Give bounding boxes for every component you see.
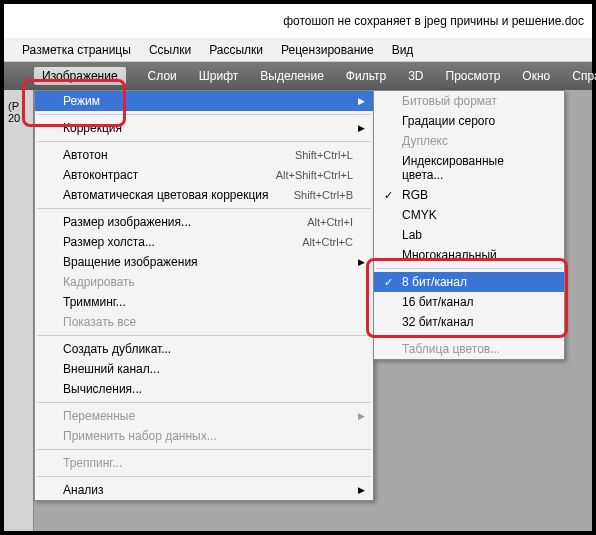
menu-crop-label: Кадрировать xyxy=(63,275,135,289)
mode-color-table-label: Таблица цветов... xyxy=(402,342,500,356)
menu-calculations[interactable]: Вычисления... xyxy=(35,379,373,399)
mode-grayscale-label: Градации серого xyxy=(402,114,495,128)
separator xyxy=(37,402,371,403)
mode-32bit[interactable]: 32 бит/канал xyxy=(374,312,564,332)
menu-duplicate-label: Создать дубликат... xyxy=(63,342,171,356)
title-bar: фотошоп не сохраняет в jpeg причины и ре… xyxy=(4,4,592,38)
mode-grayscale[interactable]: Градации серого xyxy=(374,111,564,131)
mode-32bit-label: 32 бит/канал xyxy=(402,315,474,329)
toolbar-help[interactable]: Справка xyxy=(572,69,596,83)
menu-auto-tone-label: Автотон xyxy=(63,148,108,162)
toolbar: Изображение Слои Шрифт Выделение Фильтр … xyxy=(4,62,592,90)
menu-review[interactable]: Рецензирование xyxy=(281,43,374,57)
mode-multichannel[interactable]: Многоканальный xyxy=(374,245,564,265)
content-area: (P 20 Режим ▶ Коррекция ▶ Автотон Shift+… xyxy=(4,90,592,531)
menu-calculations-label: Вычисления... xyxy=(63,382,142,396)
menu-image-size[interactable]: Размер изображения... Alt+Ctrl+I xyxy=(35,212,373,232)
toolbar-layers[interactable]: Слои xyxy=(148,69,177,83)
mode-bitmap-label: Битовый формат xyxy=(402,94,497,108)
sidebar-text-2: 20 xyxy=(4,112,33,124)
mode-multichannel-label: Многоканальный xyxy=(402,248,497,262)
mode-rgb-label: RGB xyxy=(402,188,428,202)
mode-indexed[interactable]: Индексированные цвета... xyxy=(374,151,564,185)
mode-duotone-label: Дуплекс xyxy=(402,134,448,148)
menu-adjustments[interactable]: Коррекция ▶ xyxy=(35,118,373,138)
sidebar-text-1: (P xyxy=(4,100,33,112)
submenu-arrow-icon: ▶ xyxy=(358,411,365,421)
toolbar-3d[interactable]: 3D xyxy=(408,69,423,83)
menu-analysis[interactable]: Анализ ▶ xyxy=(35,480,373,500)
menu-mode-label: Режим xyxy=(63,94,100,108)
mode-16bit-label: 16 бит/канал xyxy=(402,295,474,309)
submenu-arrow-icon: ▶ xyxy=(358,123,365,133)
toolbar-window[interactable]: Окно xyxy=(522,69,550,83)
menu-auto-contrast-label: Автоконтраст xyxy=(63,168,138,182)
mode-color-table: Таблица цветов... xyxy=(374,339,564,359)
menu-reveal-all-label: Показать все xyxy=(63,315,136,329)
mode-8bit[interactable]: ✓ 8 бит/канал xyxy=(374,272,564,292)
toolbar-type[interactable]: Шрифт xyxy=(199,69,238,83)
menu-apply-dataset: Применить набор данных... xyxy=(35,426,373,446)
menu-auto-color[interactable]: Автоматическая цветовая коррекция Shift+… xyxy=(35,185,373,205)
mode-lab-label: Lab xyxy=(402,228,422,242)
mode-rgb[interactable]: ✓ RGB xyxy=(374,185,564,205)
menu-mode[interactable]: Режим ▶ xyxy=(35,91,373,111)
mode-cmyk-label: CMYK xyxy=(402,208,437,222)
menu-trap: Треппинг... xyxy=(35,453,373,473)
separator xyxy=(37,335,371,336)
toolbar-filter[interactable]: Фильтр xyxy=(346,69,386,83)
menu-auto-contrast[interactable]: Автоконтраст Alt+Shift+Ctrl+L xyxy=(35,165,373,185)
separator xyxy=(37,476,371,477)
menu-canvas-size-label: Размер холста... xyxy=(63,235,155,249)
menu-apply-dataset-label: Применить набор данных... xyxy=(63,429,217,443)
menu-mailings[interactable]: Рассылки xyxy=(209,43,263,57)
menu-reveal-all: Показать все xyxy=(35,312,373,332)
separator xyxy=(376,335,562,336)
menu-trim[interactable]: Тримминг... xyxy=(35,292,373,312)
separator xyxy=(37,114,371,115)
mode-8bit-label: 8 бит/канал xyxy=(402,275,467,289)
mode-16bit[interactable]: 16 бит/канал xyxy=(374,292,564,312)
shortcut: Shift+Ctrl+B xyxy=(294,189,353,201)
toolbar-view[interactable]: Просмотр xyxy=(446,69,501,83)
shortcut: Alt+Ctrl+I xyxy=(307,216,353,228)
mode-submenu: Битовый формат Градации серого Дуплекс И… xyxy=(373,90,565,360)
window-title: фотошоп не сохраняет в jpeg причины и ре… xyxy=(283,14,584,28)
menu-trim-label: Тримминг... xyxy=(63,295,126,309)
menu-auto-color-label: Автоматическая цветовая коррекция xyxy=(63,188,269,202)
submenu-arrow-icon: ▶ xyxy=(358,96,365,106)
left-sidebar: (P 20 xyxy=(4,90,34,531)
menu-canvas-size[interactable]: Размер холста... Alt+Ctrl+C xyxy=(35,232,373,252)
toolbar-image[interactable]: Изображение xyxy=(34,67,126,85)
mode-bitmap: Битовый формат xyxy=(374,91,564,111)
menu-bar: Разметка страницы Ссылки Рассылки Реценз… xyxy=(4,38,592,62)
check-icon: ✓ xyxy=(384,276,393,289)
menu-trap-label: Треппинг... xyxy=(63,456,122,470)
separator xyxy=(37,208,371,209)
mode-cmyk[interactable]: CMYK xyxy=(374,205,564,225)
menu-image-rotation-label: Вращение изображения xyxy=(63,255,198,269)
separator xyxy=(37,141,371,142)
mode-duotone: Дуплекс xyxy=(374,131,564,151)
menu-adjustments-label: Коррекция xyxy=(63,121,122,135)
menu-auto-tone[interactable]: Автотон Shift+Ctrl+L xyxy=(35,145,373,165)
menu-duplicate[interactable]: Создать дубликат... xyxy=(35,339,373,359)
menu-variables: Переменные ▶ xyxy=(35,406,373,426)
menu-apply-image-label: Внешний канал... xyxy=(63,362,160,376)
menu-variables-label: Переменные xyxy=(63,409,135,423)
shortcut: Shift+Ctrl+L xyxy=(295,149,353,161)
menu-image-size-label: Размер изображения... xyxy=(63,215,191,229)
menu-links[interactable]: Ссылки xyxy=(149,43,191,57)
toolbar-select[interactable]: Выделение xyxy=(260,69,324,83)
menu-page-layout[interactable]: Разметка страницы xyxy=(22,43,131,57)
check-icon: ✓ xyxy=(384,189,393,202)
menu-view[interactable]: Вид xyxy=(392,43,414,57)
menu-apply-image[interactable]: Внешний канал... xyxy=(35,359,373,379)
menu-image-rotation[interactable]: Вращение изображения ▶ xyxy=(35,252,373,272)
submenu-arrow-icon: ▶ xyxy=(358,485,365,495)
image-menu-dropdown: Режим ▶ Коррекция ▶ Автотон Shift+Ctrl+L… xyxy=(34,90,374,501)
separator xyxy=(376,268,562,269)
shortcut: Alt+Ctrl+C xyxy=(302,236,353,248)
mode-lab[interactable]: Lab xyxy=(374,225,564,245)
separator xyxy=(37,449,371,450)
